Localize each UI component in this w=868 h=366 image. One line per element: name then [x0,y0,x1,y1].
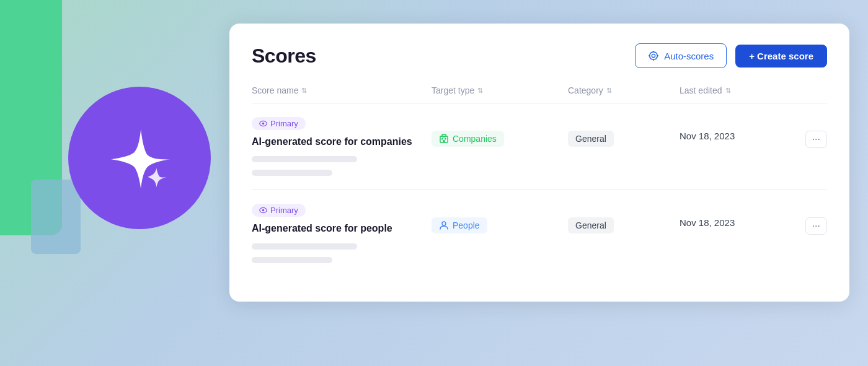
table-header: Score name ⇅ Target type ⇅ Category ⇅ La… [252,85,827,103]
tag-general-2: General [568,217,614,233]
more-dots-1: ··· [812,134,820,144]
more-dots-2: ··· [812,221,820,231]
table-row: Primary AI-generated score for people Pe… [252,190,827,276]
companies-icon-1 [439,134,449,144]
auto-scores-button[interactable]: Auto-scores [635,43,727,68]
sort-icon-category: ⇅ [606,87,612,95]
col-score-name[interactable]: Score name ⇅ [252,85,432,95]
svg-point-7 [262,123,265,125]
target-type-col-1: Companies [432,117,568,147]
badge-primary-1: Primary [252,117,306,130]
score-title-2: AI-generated score for people [252,222,432,235]
eye-icon-1 [259,120,267,128]
create-score-label: + Create score [749,51,813,61]
svg-rect-13 [443,140,445,142]
col-category[interactable]: Category ⇅ [568,85,680,95]
svg-point-15 [262,209,265,212]
more-button-1[interactable]: ··· [805,131,827,148]
last-edited-col-1: Nov 18, 2023 ··· [680,117,827,148]
table-row: Primary AI-generated score for companies… [252,103,827,190]
last-edited-col-2: Nov 18, 2023 ··· [680,204,827,235]
svg-point-0 [650,52,658,60]
sort-icon-last-edited: ⇅ [725,87,731,95]
skeleton-1a [252,156,357,162]
skeleton-2a [252,243,357,250]
people-icon-2 [439,220,449,230]
eye-icon-2 [259,206,267,214]
tag-people-2: People [432,217,487,233]
score-name-col-1: Primary AI-generated score for companies [252,117,432,176]
last-edited-date-1: Nov 18, 2023 [680,131,735,141]
col-last-edited[interactable]: Last edited ⇅ [680,85,827,95]
header-actions: Auto-scores + Create score [635,43,827,68]
more-button-2[interactable]: ··· [805,217,827,235]
svg-point-1 [652,54,655,57]
svg-point-16 [442,222,446,225]
col-target-type[interactable]: Target type ⇅ [432,85,568,95]
skeleton-2b [252,257,332,263]
badge-primary-2: Primary [252,204,306,217]
tag-companies-1: Companies [432,131,504,147]
svg-rect-9 [442,134,446,137]
svg-rect-12 [445,138,446,140]
category-col-2: General [568,204,680,233]
last-edited-date-2: Nov 18, 2023 [680,217,735,228]
svg-rect-11 [441,138,443,140]
bg-blue-rect [31,180,81,254]
sparkle-icon [105,124,174,192]
auto-scores-label: Auto-scores [664,51,714,61]
main-card: Scores Auto-scores + Create score Score … [229,24,849,302]
page-title: Scores [252,45,316,68]
score-name-col-2: Primary AI-generated score for people [252,204,432,263]
create-score-button[interactable]: + Create score [735,45,827,68]
card-header: Scores Auto-scores + Create score [252,43,827,68]
avatar-circle [68,87,211,229]
score-title-1: AI-generated score for companies [252,135,432,149]
sort-icon-score-name: ⇅ [301,87,307,95]
target-type-col-2: People [432,204,568,233]
sort-icon-target-type: ⇅ [477,87,483,95]
category-col-1: General [568,117,680,147]
auto-scores-icon [648,50,659,61]
tag-general-1: General [568,131,614,147]
skeleton-1b [252,170,332,176]
